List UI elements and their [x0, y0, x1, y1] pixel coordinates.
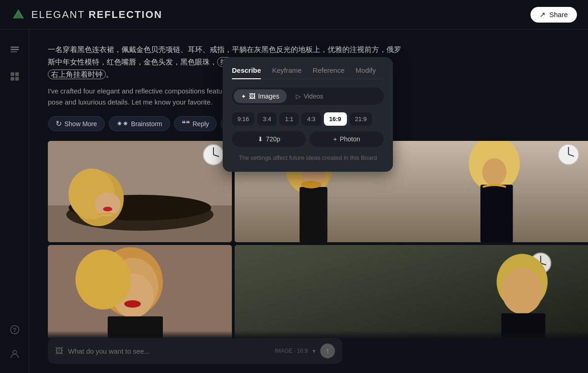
layers-icon[interactable]	[6, 41, 23, 57]
video-icon: ▷	[296, 93, 301, 100]
svg-point-19	[103, 207, 112, 211]
svg-point-28	[301, 181, 321, 188]
tab-modify[interactable]: Modify	[356, 66, 376, 79]
svg-rect-8	[15, 77, 19, 81]
input-area: 🖼 IMAGE · 16:9 ▾ ↑	[29, 331, 588, 373]
sidebar: ?	[0, 29, 29, 373]
brainstorm-button[interactable]: ⁕⁕ Brainstorm	[109, 116, 170, 131]
image-upload-icon[interactable]: 🖼	[55, 346, 63, 356]
input-meta: IMAGE · 16:9	[275, 348, 308, 354]
ratio-row: 9:16 3:4 1:1 4:3 16:9 21:9	[232, 112, 384, 126]
chevron-down-icon[interactable]: ▾	[312, 347, 316, 355]
plus-icon: +	[333, 135, 337, 143]
magic-icon: ✦	[241, 93, 246, 100]
input-left: 🖼	[55, 346, 275, 356]
svg-rect-2	[11, 47, 19, 48]
svg-rect-5	[11, 72, 14, 76]
logo-icon	[11, 7, 26, 22]
user-icon[interactable]	[6, 345, 23, 362]
media-toggle: ✦ 🖼 Images ▷ Videos	[232, 87, 384, 105]
question-icon[interactable]: ?	[6, 321, 23, 338]
ratio-4-3[interactable]: 4:3	[301, 112, 321, 126]
image-4[interactable]	[235, 245, 588, 342]
arrow-up-icon: ↑	[326, 347, 329, 355]
reply-icon: ❝❝	[182, 119, 190, 128]
settings-note: The settings affect future ideas created…	[232, 153, 384, 163]
submit-button[interactable]: ↑	[320, 344, 335, 358]
image-3[interactable]	[48, 245, 232, 342]
header-left: ELEGANT REFLECTION	[11, 7, 162, 22]
ratio-16-9[interactable]: 16:9	[324, 112, 347, 126]
settings-panel: Describe Keyframe Reference Modify ✦ 🖼 I…	[223, 57, 393, 172]
share-button[interactable]: ↗ Share	[530, 7, 577, 23]
svg-rect-3	[11, 49, 19, 50]
tab-reference[interactable]: Reference	[313, 66, 345, 79]
image-1[interactable]	[48, 141, 232, 242]
main-content: 一名穿着黑色连衣裙，佩戴金色贝壳项链、耳环、戒指，平躺在灰黑色反光的地板上，优雅…	[29, 29, 588, 373]
tab-describe[interactable]: Describe	[232, 66, 261, 79]
download-icon: ⬇	[258, 135, 263, 143]
svg-point-11	[13, 350, 17, 354]
input-right: IMAGE · 16:9 ▾ ↑	[275, 344, 335, 358]
share-icon: ↗	[540, 11, 546, 19]
header: ELEGANT REFLECTION ↗ Share	[0, 0, 588, 29]
reply-button[interactable]: ❝❝ Reply	[174, 116, 217, 131]
brainstorm-icon: ⁕⁕	[116, 119, 128, 128]
input-container: 🖼 IMAGE · 16:9 ▾ ↑	[48, 338, 342, 364]
svg-point-33	[482, 158, 506, 186]
grid-icon[interactable]	[6, 68, 23, 85]
svg-rect-6	[15, 72, 19, 76]
svg-rect-27	[300, 186, 327, 242]
model-selector[interactable]: + Photon	[310, 131, 384, 147]
tab-keyframe[interactable]: Keyframe	[272, 66, 301, 79]
ratio-3-4[interactable]: 3:4	[257, 112, 277, 126]
image-icon: 🖼	[249, 93, 255, 100]
ratio-1-1[interactable]: 1:1	[279, 112, 299, 126]
svg-rect-4	[11, 51, 17, 52]
videos-toggle[interactable]: ▷ Videos	[288, 89, 331, 103]
svg-point-45	[75, 250, 131, 309]
quality-selector[interactable]: ⬇ 720p	[232, 131, 306, 147]
svg-point-52	[502, 268, 542, 314]
images-toggle[interactable]: ✦ 🖼 Images	[234, 89, 287, 103]
svg-text:?: ?	[13, 327, 16, 333]
sidebar-top	[6, 41, 23, 85]
settings-row: ⬇ 720p + Photon	[232, 131, 384, 147]
ratio-9-16[interactable]: 9:16	[232, 112, 254, 126]
svg-rect-34	[480, 184, 513, 242]
ratio-21-9[interactable]: 21:9	[350, 112, 372, 126]
page-title: ELEGANT REFLECTION	[31, 9, 162, 21]
refresh-icon: ↻	[56, 119, 62, 128]
sidebar-bottom: ?	[6, 321, 23, 362]
svg-point-42	[124, 300, 141, 308]
panel-tabs: Describe Keyframe Reference Modify	[232, 66, 384, 79]
svg-rect-7	[11, 77, 14, 81]
show-more-button[interactable]: ↻ Show More	[48, 116, 105, 131]
prompt-input[interactable]	[68, 347, 275, 355]
